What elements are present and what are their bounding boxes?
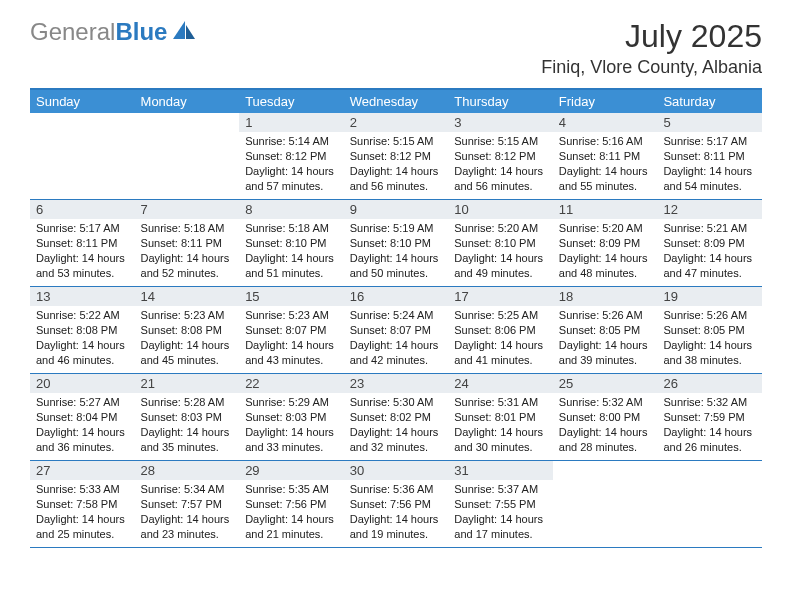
daylight-line: Daylight: 14 hours and 56 minutes.: [454, 164, 547, 194]
daylight-line: Daylight: 14 hours and 17 minutes.: [454, 512, 547, 542]
sunrise-line: Sunrise: 5:32 AM: [559, 395, 652, 410]
sunset-line: Sunset: 8:03 PM: [141, 410, 234, 425]
day-cell: 8Sunrise: 5:18 AMSunset: 8:10 PMDaylight…: [239, 200, 344, 286]
sunrise-line: Sunrise: 5:29 AM: [245, 395, 338, 410]
day-body: Sunrise: 5:35 AMSunset: 7:56 PMDaylight:…: [239, 480, 344, 545]
week-row: 1Sunrise: 5:14 AMSunset: 8:12 PMDaylight…: [30, 113, 762, 200]
sunrise-line: Sunrise: 5:37 AM: [454, 482, 547, 497]
day-number: 24: [448, 374, 553, 393]
day-cell: 12Sunrise: 5:21 AMSunset: 8:09 PMDayligh…: [657, 200, 762, 286]
day-body: Sunrise: 5:19 AMSunset: 8:10 PMDaylight:…: [344, 219, 449, 284]
daylight-line: Daylight: 14 hours and 53 minutes.: [36, 251, 129, 281]
day-cell: 5Sunrise: 5:17 AMSunset: 8:11 PMDaylight…: [657, 113, 762, 199]
day-cell: 4Sunrise: 5:16 AMSunset: 8:11 PMDaylight…: [553, 113, 658, 199]
sunrise-line: Sunrise: 5:30 AM: [350, 395, 443, 410]
day-body: Sunrise: 5:26 AMSunset: 8:05 PMDaylight:…: [553, 306, 658, 371]
week-row: 20Sunrise: 5:27 AMSunset: 8:04 PMDayligh…: [30, 374, 762, 461]
day-number: 27: [30, 461, 135, 480]
daylight-line: Daylight: 14 hours and 32 minutes.: [350, 425, 443, 455]
daylight-line: Daylight: 14 hours and 45 minutes.: [141, 338, 234, 368]
sunrise-line: Sunrise: 5:18 AM: [141, 221, 234, 236]
day-number: 13: [30, 287, 135, 306]
daylight-line: Daylight: 14 hours and 35 minutes.: [141, 425, 234, 455]
sunrise-line: Sunrise: 5:25 AM: [454, 308, 547, 323]
sunrise-line: Sunrise: 5:26 AM: [663, 308, 756, 323]
day-body: Sunrise: 5:20 AMSunset: 8:09 PMDaylight:…: [553, 219, 658, 284]
day-number: 28: [135, 461, 240, 480]
day-cell: 6Sunrise: 5:17 AMSunset: 8:11 PMDaylight…: [30, 200, 135, 286]
day-body: Sunrise: 5:23 AMSunset: 8:08 PMDaylight:…: [135, 306, 240, 371]
sunrise-line: Sunrise: 5:22 AM: [36, 308, 129, 323]
day-body: Sunrise: 5:26 AMSunset: 8:05 PMDaylight:…: [657, 306, 762, 371]
day-body: Sunrise: 5:16 AMSunset: 8:11 PMDaylight:…: [553, 132, 658, 197]
sunset-line: Sunset: 8:04 PM: [36, 410, 129, 425]
week-row: 27Sunrise: 5:33 AMSunset: 7:58 PMDayligh…: [30, 461, 762, 548]
sunrise-line: Sunrise: 5:18 AM: [245, 221, 338, 236]
day-number: 18: [553, 287, 658, 306]
sunset-line: Sunset: 8:09 PM: [663, 236, 756, 251]
sunset-line: Sunset: 7:55 PM: [454, 497, 547, 512]
day-body: Sunrise: 5:33 AMSunset: 7:58 PMDaylight:…: [30, 480, 135, 545]
day-number: 25: [553, 374, 658, 393]
sunrise-line: Sunrise: 5:21 AM: [663, 221, 756, 236]
sunrise-line: Sunrise: 5:35 AM: [245, 482, 338, 497]
day-number: 21: [135, 374, 240, 393]
dow-tuesday: Tuesday: [239, 90, 344, 113]
empty-cell: [657, 461, 762, 547]
day-number: 17: [448, 287, 553, 306]
day-cell: 17Sunrise: 5:25 AMSunset: 8:06 PMDayligh…: [448, 287, 553, 373]
day-number: 15: [239, 287, 344, 306]
calendar: SundayMondayTuesdayWednesdayThursdayFrid…: [30, 88, 762, 548]
sunrise-line: Sunrise: 5:17 AM: [36, 221, 129, 236]
day-body: Sunrise: 5:17 AMSunset: 8:11 PMDaylight:…: [30, 219, 135, 284]
day-number: 22: [239, 374, 344, 393]
day-cell: 30Sunrise: 5:36 AMSunset: 7:56 PMDayligh…: [344, 461, 449, 547]
daylight-line: Daylight: 14 hours and 51 minutes.: [245, 251, 338, 281]
day-body: Sunrise: 5:17 AMSunset: 8:11 PMDaylight:…: [657, 132, 762, 197]
day-body: Sunrise: 5:37 AMSunset: 7:55 PMDaylight:…: [448, 480, 553, 545]
dow-friday: Friday: [553, 90, 658, 113]
day-number: 14: [135, 287, 240, 306]
day-body: Sunrise: 5:32 AMSunset: 8:00 PMDaylight:…: [553, 393, 658, 458]
sunrise-line: Sunrise: 5:34 AM: [141, 482, 234, 497]
day-number: 6: [30, 200, 135, 219]
day-body: Sunrise: 5:22 AMSunset: 8:08 PMDaylight:…: [30, 306, 135, 371]
sunset-line: Sunset: 8:01 PM: [454, 410, 547, 425]
sunset-line: Sunset: 8:11 PM: [663, 149, 756, 164]
daylight-line: Daylight: 14 hours and 50 minutes.: [350, 251, 443, 281]
day-number: 1: [239, 113, 344, 132]
day-cell: 14Sunrise: 5:23 AMSunset: 8:08 PMDayligh…: [135, 287, 240, 373]
day-cell: 10Sunrise: 5:20 AMSunset: 8:10 PMDayligh…: [448, 200, 553, 286]
sunset-line: Sunset: 7:56 PM: [350, 497, 443, 512]
day-number: 16: [344, 287, 449, 306]
day-body: Sunrise: 5:18 AMSunset: 8:10 PMDaylight:…: [239, 219, 344, 284]
page-title: July 2025: [541, 18, 762, 55]
day-body: Sunrise: 5:29 AMSunset: 8:03 PMDaylight:…: [239, 393, 344, 458]
daylight-line: Daylight: 14 hours and 55 minutes.: [559, 164, 652, 194]
daylight-line: Daylight: 14 hours and 52 minutes.: [141, 251, 234, 281]
sunset-line: Sunset: 8:11 PM: [36, 236, 129, 251]
dow-monday: Monday: [135, 90, 240, 113]
day-cell: 9Sunrise: 5:19 AMSunset: 8:10 PMDaylight…: [344, 200, 449, 286]
day-body: Sunrise: 5:30 AMSunset: 8:02 PMDaylight:…: [344, 393, 449, 458]
day-body: Sunrise: 5:34 AMSunset: 7:57 PMDaylight:…: [135, 480, 240, 545]
sunrise-line: Sunrise: 5:23 AM: [245, 308, 338, 323]
sunrise-line: Sunrise: 5:27 AM: [36, 395, 129, 410]
day-body: Sunrise: 5:27 AMSunset: 8:04 PMDaylight:…: [30, 393, 135, 458]
dow-row: SundayMondayTuesdayWednesdayThursdayFrid…: [30, 90, 762, 113]
day-body: Sunrise: 5:25 AMSunset: 8:06 PMDaylight:…: [448, 306, 553, 371]
sunrise-line: Sunrise: 5:31 AM: [454, 395, 547, 410]
day-number: 10: [448, 200, 553, 219]
sunrise-line: Sunrise: 5:17 AM: [663, 134, 756, 149]
daylight-line: Daylight: 14 hours and 42 minutes.: [350, 338, 443, 368]
empty-cell: [30, 113, 135, 199]
logo: GeneralBlue: [30, 18, 197, 46]
day-number: 19: [657, 287, 762, 306]
sunset-line: Sunset: 8:06 PM: [454, 323, 547, 338]
sunrise-line: Sunrise: 5:15 AM: [454, 134, 547, 149]
day-cell: 19Sunrise: 5:26 AMSunset: 8:05 PMDayligh…: [657, 287, 762, 373]
daylight-line: Daylight: 14 hours and 47 minutes.: [663, 251, 756, 281]
daylight-line: Daylight: 14 hours and 41 minutes.: [454, 338, 547, 368]
day-body: Sunrise: 5:31 AMSunset: 8:01 PMDaylight:…: [448, 393, 553, 458]
day-number: 11: [553, 200, 658, 219]
